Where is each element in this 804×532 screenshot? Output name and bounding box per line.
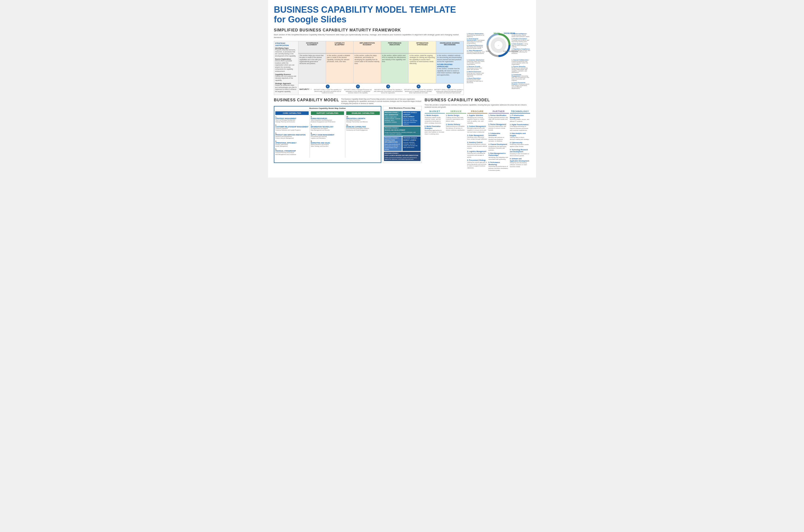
means-label: MEANS bbox=[493, 32, 500, 34]
partner-item-1: 1. Partner Identification: Finding poten… bbox=[488, 114, 509, 122]
capability-columns: MARKET 1. Market Analysis: Assessing mar… bbox=[425, 110, 530, 172]
cbr-item-3: 3. Community Engagement: Interacting wit… bbox=[512, 74, 530, 81]
cb-item-1: 1. Customer Satisfaction: Delivering val… bbox=[467, 59, 485, 65]
support-item-3: 8. SUPPLY CHAIN MANAGEMENT Procurement a… bbox=[311, 132, 344, 139]
main-title: BUSINESS CAPABILITY MODEL TEMPLATE for G… bbox=[274, 5, 530, 24]
bottom-row: BUSINESS CAPABILITY MODEL This Business … bbox=[274, 98, 530, 173]
cb-item-3: 3. Market Expansion: Entering new market… bbox=[467, 71, 485, 77]
procure-item-5: 5. Logistics Management: Planning and co… bbox=[467, 151, 487, 158]
cbr-item-2: 2. Partner Networks: Building and mainta… bbox=[512, 66, 530, 73]
circle-bottom-right: 1. Internal Collaboration: Fostering tea… bbox=[512, 59, 530, 90]
cl-item-3: 3. Financial Resources: Allocating and m… bbox=[467, 44, 485, 49]
tech-item-5: 5. Technology Research and Development: … bbox=[510, 149, 530, 157]
maturity-levels: GOVERNANCEALIGNMENT CAPABILITYBLUEPRINT … bbox=[298, 41, 464, 95]
partner-item-2: 2. Partner Management: Nurturing relatio… bbox=[488, 124, 509, 131]
left-item-2: Source Exploration: Directs effort to po… bbox=[275, 58, 297, 72]
map-outline: Business Capability Model Map Outline CO… bbox=[274, 106, 381, 163]
circle-top-right-list: 1. Market Intelligence: Understanding ma… bbox=[512, 33, 530, 58]
cr-item-2: 2. Product Innovation: Creating new prod… bbox=[512, 38, 530, 42]
cell-roadmap: In this section, outline the steps, mile… bbox=[354, 54, 381, 83]
procure-item-4: 4. Inventory Control: Maintaining optima… bbox=[467, 141, 487, 149]
partner-item-4: 4. Channel Development: Establishing and… bbox=[488, 144, 509, 151]
market-item-2: 2. Market Penetration Strategies: Develo… bbox=[425, 126, 445, 135]
technology-column: TECHNOLOGY 1. IT Infrastructure Manageme… bbox=[510, 110, 530, 172]
cl-item-4: 4. Talent Management: Recruiting, develo… bbox=[467, 50, 485, 54]
right-cap-title: BUSINESS CAPABILITY MODEL bbox=[425, 98, 530, 102]
col-blueprint: CAPABILITYBLUEPRINT bbox=[326, 41, 354, 54]
top-row: SIMPLIFIED BUSINESS CAPABILITY MATURITY … bbox=[274, 28, 530, 95]
col-optimization: OPTIMIZATIONSTRATEGIES bbox=[409, 41, 436, 54]
procure-item-3: 3. Order Management: Handling orders eff… bbox=[467, 134, 487, 140]
cap-model-desc: This Business Capability Model Map and P… bbox=[341, 98, 422, 104]
enabling-header: ENABLING CAPABILITIES bbox=[346, 111, 380, 115]
cb-item-2: 2. Revenue Growth: Increasing income fro… bbox=[467, 66, 485, 70]
tech-item-6: 6. Software and Application Development:… bbox=[510, 158, 530, 168]
process-stage-6: PROCESS STAGE 6 POST-LAUNCH REVIEW AND I… bbox=[384, 152, 420, 161]
cap-model-title: BUSINESS CAPABILITY MODEL bbox=[274, 98, 339, 102]
circle-svg-container: → MEANS KNOWLEDGE ENDS COLLABORATION bbox=[486, 33, 511, 58]
tech-item-1: 1. IT Infrastructure Management: Ensurin… bbox=[510, 114, 530, 122]
partner-item-6: 6. Performance Monitoring: Assessing the… bbox=[488, 162, 509, 171]
partner-item-5: 5. Risk Management in Partnerships: Iden… bbox=[488, 152, 509, 160]
core-item-2: 2. CUSTOMER RELATIONSHIP MANAGEMENT Cust… bbox=[275, 124, 309, 131]
col-performance: PERFORMANCEINDICATORS bbox=[381, 41, 409, 54]
support-item-1: 6. HUMAN RESOURCES Talent Acquisition an… bbox=[311, 116, 344, 123]
cap-model-title-wrap: BUSINESS CAPABILITY MODEL bbox=[274, 98, 339, 103]
title-line2: for Google Slides bbox=[274, 14, 347, 24]
core-header: CORE CAPABILITIES bbox=[275, 111, 309, 115]
enabling-item-2: 11. ENABLING CAPABILITIES Environmental … bbox=[346, 124, 380, 131]
step-2: 2 MATURITY LEVEL 2: Managed Processes ar… bbox=[343, 84, 373, 94]
core-item-3: 3. PRODUCT AND SERVICES INNOVATION Resea… bbox=[275, 132, 309, 139]
cell-blueprint: In this section, provide a detailed plan… bbox=[326, 54, 354, 83]
core-item-4: 4. OPERATIONAL EFFICIENCY Process Optimi… bbox=[275, 140, 309, 147]
partner-item-3: 3. Collaborative Innovation: Working wit… bbox=[488, 133, 509, 142]
service-item-1: 1. Service Design: Crafting services tha… bbox=[446, 114, 466, 122]
cbr-item-1: 1. Internal Collaboration: Fostering tea… bbox=[512, 59, 530, 65]
cr-item-3: 3. Data Analytics: Using data to inform … bbox=[512, 43, 530, 48]
step-4: 4 MATURITY LEVEL 4: Measured The capabil… bbox=[404, 84, 433, 94]
support-item-4: 9. MARKETING AND SALES Market Research a… bbox=[311, 140, 344, 147]
maturity-progress: MATURITY → 1 MATURITY LEVEL 1: Initial T… bbox=[298, 83, 464, 95]
enabling-item-1: 10. INNOVATION & GROWTH New Market Explo… bbox=[346, 116, 380, 123]
cell-knowledge: In this section, establish methods for d… bbox=[436, 54, 464, 83]
step-3: 3 MATURITY LEVEL 3: Defined The capabili… bbox=[373, 84, 403, 94]
process-map-body: PROCESS STAGE 1 IDEA GENERATION Collect … bbox=[383, 110, 422, 163]
process-stage-2: PROCESS STAGE 2 CONCEPT DEVELOPMENT Refi… bbox=[403, 111, 420, 126]
page: BUSINESS CAPABILITY MODEL TEMPLATE for G… bbox=[268, 0, 536, 177]
maturity-arrow: MATURITY → bbox=[298, 88, 313, 90]
knowledge-label: KNOWLEDGE bbox=[504, 32, 515, 34]
partner-header: PARTNER bbox=[488, 110, 509, 114]
step-1: 1 MATURITY LEVEL 1: Initial The capabili… bbox=[313, 84, 342, 94]
ends-label: ENDS bbox=[486, 51, 490, 52]
partner-column: PARTNER 1. Partner Identification: Findi… bbox=[488, 110, 509, 172]
market-column: MARKET 1. Market Analysis: Assessing mar… bbox=[425, 110, 445, 172]
core-item-1: 1. STRATEGIC MANAGEMENT Vision and Strat… bbox=[275, 116, 309, 123]
procure-item-6: 6. Procurement Strategy: Setting the ove… bbox=[467, 159, 487, 169]
procure-item-1: 1. Supplier Selection: Identifying and c… bbox=[467, 114, 487, 124]
circle-bottom-row: 1. Customer Satisfaction: Delivering val… bbox=[467, 59, 530, 90]
core-item-5: 5. FINANCIAL STEWARDSHIP Financial Plann… bbox=[275, 148, 309, 155]
step-5: 5 MATURITY LEVEL 5: Optimized The capabi… bbox=[434, 84, 464, 94]
process-stage-4: PROCESS STAGE 4 PRODUCTION/ IMPLEMENTATI… bbox=[384, 136, 402, 151]
tech-item-3: 3. Data Analytics and Insights: Utilizin… bbox=[510, 133, 530, 140]
process-row-2: PROCESS STAGE 3 DESIGN AND DEVELOPMENT D… bbox=[384, 127, 420, 136]
process-stage-3: PROCESS STAGE 3 DESIGN AND DEVELOPMENT D… bbox=[384, 127, 420, 136]
right-cap-header: BUSINESS CAPABILITY MODEL bbox=[425, 98, 530, 102]
map-outline-title: Business Capability Model Map Outline bbox=[274, 107, 381, 110]
maturity-left-col: STRATEGIC JUSTIFICATION Identifying Gaps… bbox=[274, 41, 298, 95]
col-roadmap: IMPLEMENTATIONROADMAP bbox=[354, 41, 381, 54]
left-item-1: Identifying Gaps: Pinpoints essential el… bbox=[275, 47, 297, 57]
market-item-1: 1. Market Analysis: Assessing market tre… bbox=[425, 114, 445, 124]
procure-header: PROCURE bbox=[467, 110, 487, 114]
market-header: MARKET bbox=[425, 110, 445, 114]
process-map-title: Brief Business Process Map bbox=[383, 106, 422, 110]
col-governance: GOVERNANCEALIGNMENT bbox=[298, 41, 326, 54]
circle-bottom-spacer bbox=[486, 59, 511, 90]
support-col: SUPPORT CAPABILITIES 6. HUMAN RESOURCES … bbox=[310, 110, 345, 157]
page-header: BUSINESS CAPABILITY MODEL TEMPLATE for G… bbox=[274, 5, 530, 24]
circle-bottom-left: 1. Customer Satisfaction: Delivering val… bbox=[467, 59, 485, 90]
cell-governance: This section helps you ensure that the p… bbox=[298, 54, 326, 83]
map-table-wrap: Business Capability Model Map Outline CO… bbox=[274, 106, 422, 163]
cell-performance: In this section, define metrics and KPIs… bbox=[381, 54, 409, 83]
maturity-grid: GOVERNANCEALIGNMENT CAPABILITYBLUEPRINT … bbox=[298, 41, 464, 83]
